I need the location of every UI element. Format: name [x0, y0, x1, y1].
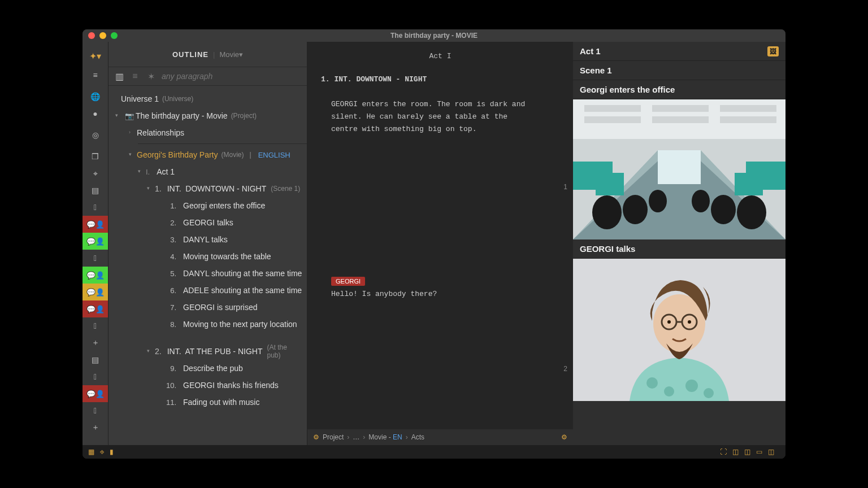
editor-footer: ⚙ Project › … › Movie - EN › Acts ⚙	[307, 429, 573, 445]
dialogue-text[interactable]: Hello! Is anybody there?	[331, 290, 535, 298]
slugline[interactable]: 1. INT. DOWNTOWN - NIGHT	[321, 75, 559, 84]
panel-icon-4[interactable]: ◫	[768, 448, 774, 456]
page-number-1: 1	[563, 183, 567, 191]
outline-heading: OUTLINE	[172, 50, 209, 59]
left-rail: ✦▾ ≡ 🌐 ● ◎ ❒ ⌖ ▤ 𖤐 💬👤 💬👤 𖤐 💬👤 💬👤 💬👤 𖤐 ＋ …	[83, 42, 108, 445]
svg-point-15	[592, 195, 622, 229]
panel-icon-1[interactable]: ◫	[732, 448, 739, 456]
relationships-item[interactable]: › Relationships	[112, 124, 307, 141]
dot-icon[interactable]: ●	[83, 105, 108, 122]
boards-panel: Act 1 🖼 Scene 1 Georgi enters the office…	[573, 42, 785, 445]
character-tag[interactable]: GEORGI	[331, 277, 365, 286]
svg-rect-3	[652, 105, 709, 112]
svg-point-31	[688, 320, 691, 324]
layout-icon-1[interactable]: ▦	[88, 448, 94, 456]
plus2-icon[interactable]: ＋	[83, 419, 108, 436]
svg-rect-14	[735, 173, 763, 195]
beat-item[interactable]: 3.DANYL talks	[112, 231, 307, 248]
svg-rect-2	[584, 105, 641, 112]
svg-point-19	[649, 190, 667, 212]
beat-item[interactable]: 7.GEORGI is surprised	[112, 299, 307, 316]
beat-item[interactable]: 1.Georgi enters the office	[112, 197, 307, 214]
bottom-bar: ▦ ⎆ ▮ ⛶ ◫ ◫ ▭ ◫	[83, 445, 785, 459]
act-heading: Act I	[321, 52, 559, 60]
card2-image[interactable]	[573, 259, 785, 401]
svg-point-23	[664, 386, 674, 396]
bookmark-icon[interactable]: ▮	[110, 448, 114, 456]
camera-icon: 📷	[123, 112, 136, 120]
chat-olive-icon[interactable]: 💬👤	[83, 284, 108, 300]
chat-darkred-icon[interactable]: 💬👤	[83, 300, 108, 317]
gear-right-icon[interactable]: ⚙	[561, 433, 567, 441]
movie-item[interactable]: ▾ Georgi's Birthday Party (Movie) | ENGL…	[112, 146, 307, 163]
scene1-item[interactable]: ▾ 1. INT. DOWNTOWN - NIGHT (Scene 1)	[112, 180, 307, 197]
boards-scene: Scene 1	[573, 61, 785, 80]
chat-red-icon[interactable]: 💬👤	[83, 216, 108, 233]
page-number-2: 2	[563, 365, 567, 373]
beat-item[interactable]: 10.GEORGI thanks his friends	[112, 377, 307, 394]
card2-title[interactable]: GEORGI talks	[573, 239, 785, 259]
layout-icon-2[interactable]: ⎆	[100, 448, 104, 456]
svg-rect-7	[720, 116, 776, 123]
chat-darkred2-icon[interactable]: 💬👤	[83, 385, 108, 402]
app-mode-icon[interactable]: ✦▾	[83, 45, 108, 67]
boards-act: Act 1	[580, 46, 601, 56]
view-mode-3-icon[interactable]: ✶	[146, 71, 156, 82]
beat-item[interactable]: 4.Moving towards the table	[112, 248, 307, 265]
action-text[interactable]: GEORGI enters the room. The room is dark…	[331, 98, 535, 136]
script-editor[interactable]: Act I 1. INT. DOWNTOWN - NIGHT GEORGI en…	[307, 42, 573, 445]
cube-icon[interactable]: ❒	[83, 148, 108, 165]
beat-item[interactable]: 9.Describe the pub	[112, 360, 307, 377]
gear-icon[interactable]: ⚙	[313, 433, 319, 441]
runner5-icon[interactable]: 𖤐	[83, 402, 108, 419]
globe-icon[interactable]: 🌐	[83, 88, 108, 105]
svg-point-17	[737, 195, 766, 229]
svg-rect-6	[652, 116, 709, 123]
svg-rect-4	[720, 105, 776, 112]
runner2-icon[interactable]: 𖤐	[83, 250, 108, 267]
svg-point-25	[704, 388, 714, 398]
svg-point-20	[692, 190, 710, 212]
view-mode-1-icon[interactable]: ▥	[114, 71, 124, 82]
project-item[interactable]: ▾ 📷 The birthday party - Movie (Project)	[112, 107, 307, 124]
beat-item[interactable]: 2.GEORGI talks	[112, 214, 307, 231]
beat-item[interactable]: 11.Fading out with music	[112, 394, 307, 411]
chat-green-icon[interactable]: 💬👤	[83, 233, 108, 250]
svg-rect-13	[596, 173, 624, 195]
act1-item[interactable]: ▾ I. Act 1	[112, 163, 307, 180]
svg-rect-5	[584, 116, 641, 123]
outline-tree: Universe 1 (Universe) ▾ 📷 The birthday p…	[108, 86, 307, 445]
target-icon[interactable]: ◎	[83, 127, 108, 143]
runner-icon[interactable]: 𖤐	[83, 199, 108, 216]
runner4-icon[interactable]: 𖤐	[83, 368, 108, 385]
search-input[interactable]	[162, 72, 301, 81]
panel-icon-3[interactable]: ▭	[756, 448, 762, 456]
crumb-project[interactable]: Project	[323, 433, 344, 441]
chat-green2-icon[interactable]: 💬👤	[83, 267, 108, 284]
plus-icon[interactable]: ＋	[83, 334, 108, 351]
svg-point-16	[623, 195, 648, 224]
window-title: The birthday party - MOVIE	[83, 32, 785, 40]
film2-icon[interactable]: ▤	[83, 351, 108, 368]
beat-item[interactable]: 5.DANYL shouting at the same time	[112, 265, 307, 282]
film-icon[interactable]: ▤	[83, 182, 108, 199]
pin-icon[interactable]: ⌖	[83, 165, 108, 182]
runner3-icon[interactable]: 𖤐	[83, 317, 108, 334]
svg-point-18	[711, 195, 736, 224]
scene2-item[interactable]: ▾ 2. INT. AT THE PUB - NIGHT (At the pub…	[112, 343, 307, 360]
fullscreen-icon[interactable]: ⛶	[720, 448, 727, 456]
svg-point-24	[685, 380, 698, 392]
beat-item[interactable]: 6.ADELE shouting at the same time	[112, 282, 307, 299]
card1-image[interactable]	[573, 99, 785, 239]
beat-item[interactable]: 8.Moving to the next party location	[112, 316, 307, 333]
svg-rect-10	[658, 150, 701, 184]
image-icon[interactable]: 🖼	[767, 46, 779, 56]
titlebar: The birthday party - MOVIE	[83, 29, 785, 42]
svg-point-30	[667, 320, 671, 324]
outline-mode-dropdown[interactable]: Movie▾	[219, 50, 243, 59]
hamburger-icon[interactable]: ≡	[83, 67, 108, 84]
panel-icon-2[interactable]: ◫	[744, 448, 750, 456]
card1-title[interactable]: Georgi enters the office	[573, 80, 785, 99]
view-mode-2-icon[interactable]: ≡	[130, 71, 140, 81]
universe-item[interactable]: Universe 1 (Universe)	[112, 90, 307, 107]
